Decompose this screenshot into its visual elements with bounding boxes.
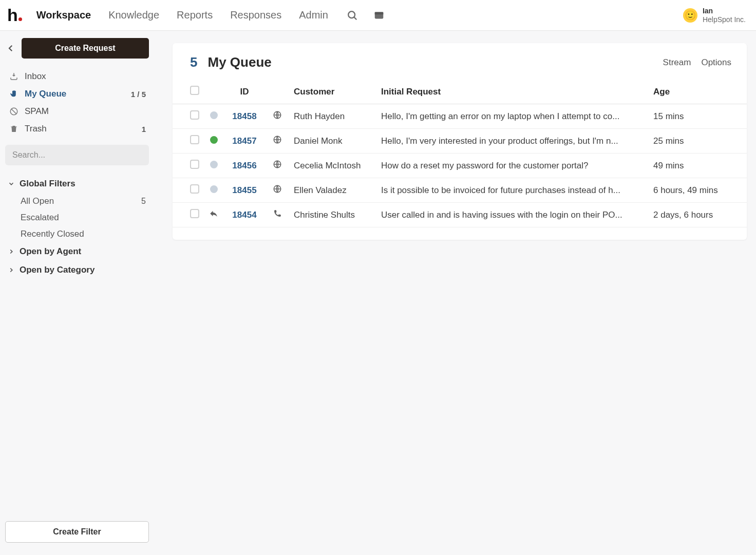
sidebar-subitem-escalated[interactable]: Escalated <box>5 209 149 226</box>
user-menu[interactable]: 🙂 Ian HelpSpot Inc. <box>683 7 748 24</box>
age: 15 mins <box>649 104 747 129</box>
row-checkbox[interactable] <box>190 110 199 120</box>
status-dot <box>210 111 218 119</box>
status-dot <box>210 185 218 193</box>
chevron-down-icon <box>6 180 16 187</box>
reply-icon <box>209 209 218 218</box>
customer-name: Daniel Monk <box>290 129 377 154</box>
request-id-link[interactable]: 18455 <box>232 185 256 195</box>
nav-item-knowledge[interactable]: Knowledge <box>108 9 159 21</box>
logo-letter: h <box>7 5 17 25</box>
sidebar: Create Request Inbox My Queue 1 / 5 <box>0 31 154 555</box>
svg-rect-3 <box>375 12 384 14</box>
logo[interactable]: h <box>7 5 22 25</box>
sidebar-subitem-recently-closed[interactable]: Recently Closed <box>5 226 149 242</box>
create-filter-button[interactable]: Create Filter <box>5 521 149 543</box>
sidebar-item-count: 1 / 5 <box>131 90 146 99</box>
column-customer[interactable]: Customer <box>290 80 377 104</box>
customer-name: Ellen Valadez <box>290 178 377 203</box>
topbar-icons <box>347 10 385 21</box>
initial-request: Hello, I'm getting an error on my laptop… <box>377 104 649 129</box>
sidebar-subitem-label: Recently Closed <box>21 229 84 239</box>
globe-icon <box>273 135 282 144</box>
stream-button[interactable]: Stream <box>663 58 691 68</box>
customer-name: Christine Shults <box>290 203 377 227</box>
collapse-sidebar-button[interactable] <box>5 43 16 54</box>
sidebar-item-count: 1 <box>142 125 146 133</box>
request-id-link[interactable]: 18458 <box>232 111 256 121</box>
sidebar-item-label: Trash <box>25 124 47 134</box>
nav-item-responses[interactable]: Responses <box>230 9 281 21</box>
sidebar-item-inbox[interactable]: Inbox <box>5 68 149 85</box>
age: 25 mins <box>649 129 747 154</box>
column-initial-request[interactable]: Initial Request <box>377 80 649 104</box>
window-icon[interactable] <box>373 10 385 21</box>
nav-item-workspace[interactable]: Workspace <box>36 9 91 21</box>
request-id-link[interactable]: 18457 <box>232 136 256 146</box>
trash-icon <box>8 124 20 133</box>
sidebar-item-label: Inbox <box>25 71 46 82</box>
sidebar-item-spam[interactable]: SPAM <box>5 103 149 120</box>
sidebar-group-open-by-agent[interactable]: Open by Agent <box>5 242 149 261</box>
queue-card: 5 My Queue Stream Options ID Customer In… <box>173 43 747 240</box>
options-button[interactable]: Options <box>701 58 731 68</box>
table-row[interactable]: 18458Ruth HaydenHello, I'm getting an er… <box>173 104 747 129</box>
create-request-button[interactable]: Create Request <box>22 38 149 59</box>
svg-line-1 <box>354 17 357 20</box>
sidebar-item-label: SPAM <box>25 106 49 117</box>
age: 2 days, 6 hours <box>649 203 747 227</box>
requests-table: ID Customer Initial Request Age 18458Rut… <box>173 80 747 227</box>
sidebar-subitem-label: Escalated <box>21 213 59 223</box>
initial-request: Hello, I'm very interested in your produ… <box>377 129 649 154</box>
row-checkbox[interactable] <box>190 209 199 218</box>
row-checkbox[interactable] <box>190 160 199 169</box>
sidebar-group-label: Global Filters <box>20 179 75 189</box>
hand-icon <box>8 89 20 99</box>
globe-icon <box>273 184 282 194</box>
sidebar-subitem-count: 5 <box>141 197 146 206</box>
sidebar-item-label: My Queue <box>25 89 66 99</box>
inbox-download-icon <box>8 72 20 81</box>
row-checkbox[interactable] <box>190 135 199 144</box>
table-header-row: ID Customer Initial Request Age <box>173 80 747 104</box>
status-dot <box>210 136 218 144</box>
nav: Workspace Knowledge Reports Responses Ad… <box>36 9 328 21</box>
user-info: Ian HelpSpot Inc. <box>703 7 746 24</box>
user-org: HelpSpot Inc. <box>703 15 746 24</box>
queue-header: 5 My Queue Stream Options <box>173 54 747 80</box>
table-row[interactable]: 18455Ellen ValadezIs it possible to be i… <box>173 178 747 203</box>
topbar: h Workspace Knowledge Reports Responses … <box>0 0 756 31</box>
nav-item-admin[interactable]: Admin <box>299 9 328 21</box>
status-dot <box>210 161 218 168</box>
content: 5 My Queue Stream Options ID Customer In… <box>154 31 756 555</box>
logo-dot-icon <box>18 17 22 21</box>
sidebar-item-my-queue[interactable]: My Queue 1 / 5 <box>5 85 149 103</box>
prohibit-icon <box>8 107 20 116</box>
sidebar-group-open-by-category[interactable]: Open by Category <box>5 261 149 279</box>
chevron-right-icon <box>6 266 16 274</box>
column-id[interactable]: ID <box>224 80 265 104</box>
nav-item-reports[interactable]: Reports <box>177 9 213 21</box>
select-all-checkbox[interactable] <box>190 86 199 95</box>
sidebar-subitem-all-open[interactable]: All Open 5 <box>5 193 149 209</box>
search-icon[interactable] <box>347 10 358 21</box>
customer-name: Ruth Hayden <box>290 104 377 129</box>
search-input[interactable] <box>5 145 149 165</box>
column-age[interactable]: Age <box>649 80 747 104</box>
svg-line-5 <box>11 109 17 114</box>
table-row[interactable]: 18454Christine ShultsUser called in and … <box>173 203 747 227</box>
table-row[interactable]: 18456Cecelia McIntoshHow do a reset my p… <box>173 154 747 178</box>
sidebar-subitem-label: All Open <box>21 196 54 206</box>
request-id-link[interactable]: 18456 <box>232 161 256 170</box>
row-checkbox[interactable] <box>190 184 199 194</box>
request-id-link[interactable]: 18454 <box>232 210 256 220</box>
chevron-right-icon <box>6 248 16 255</box>
phone-icon <box>273 209 282 218</box>
sidebar-item-trash[interactable]: Trash 1 <box>5 120 149 138</box>
table-row[interactable]: 18457Daniel MonkHello, I'm very interest… <box>173 129 747 154</box>
sidebar-group-label: Open by Category <box>20 265 94 275</box>
user-name: Ian <box>703 7 746 15</box>
sidebar-group-global-filters[interactable]: Global Filters <box>5 175 149 193</box>
initial-request: User called in and is having issues with… <box>377 203 649 227</box>
svg-point-0 <box>348 11 355 18</box>
